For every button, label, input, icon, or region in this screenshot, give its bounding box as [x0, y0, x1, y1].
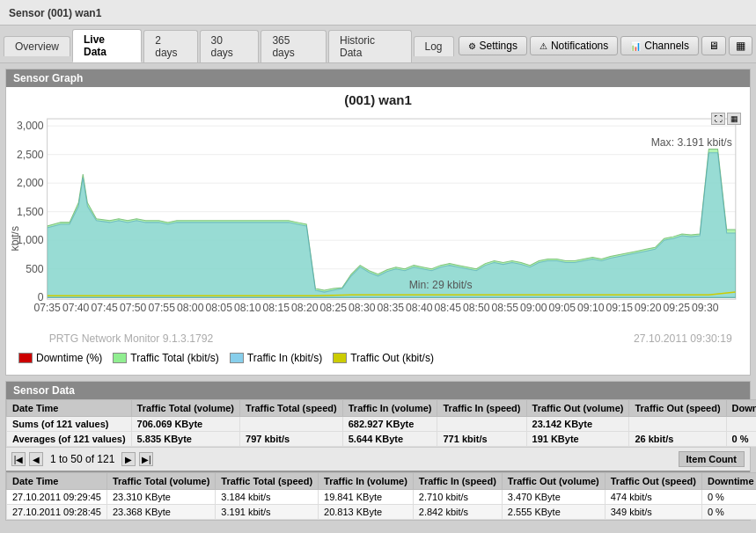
avgs-to-spd: 26 kbit/s [629, 432, 726, 447]
legend-traffic-in: Traffic In (kbit/s) [230, 352, 322, 364]
summary-table: Date Time Traffic Total (volume) Traffic… [6, 399, 756, 447]
avgs-to-vol: 191 KByte [526, 432, 629, 447]
avgs-ti-spd: 771 kbit/s [437, 432, 526, 447]
notifications-button[interactable]: ⚠ Notifications [530, 36, 618, 55]
monitor-icon-button[interactable]: 🖥 [701, 36, 726, 55]
col2-downtime: Downtime [701, 473, 756, 490]
svg-text:08:15: 08:15 [262, 302, 290, 314]
sums-to-vol: 23.142 KByte [526, 417, 629, 432]
chart-grid-button[interactable]: ▦ [727, 113, 741, 125]
svg-text:07:45: 07:45 [91, 302, 118, 314]
svg-text:08:30: 08:30 [349, 302, 376, 314]
graph-legend: Downtime (%) Traffic Total (kbit/s) Traf… [11, 348, 745, 369]
tab-historic-data[interactable]: Historic Data [328, 30, 412, 62]
col-ti-spd: Traffic In (speed) [437, 400, 526, 417]
tab-live-data[interactable]: Live Data [72, 29, 142, 62]
data-section-header: Sensor Data [6, 382, 750, 399]
legend-color-traffic-out [333, 353, 347, 363]
col-downtime: Downtime [726, 400, 756, 417]
sums-tt-spd [240, 417, 343, 432]
chart-controls: ⛶ ▦ [711, 113, 741, 125]
svg-text:08:20: 08:20 [291, 302, 319, 314]
last-page-button[interactable]: ▶| [139, 452, 153, 466]
summary-table-area: Date Time Traffic Total (volume) Traffic… [6, 399, 750, 447]
tab-365days[interactable]: 365 days [261, 30, 327, 62]
col2-to-vol: Traffic Out (volume) [502, 473, 605, 490]
svg-text:3,000: 3,000 [17, 120, 44, 132]
col-ti-vol: Traffic In (volume) [342, 400, 437, 417]
svg-text:08:45: 08:45 [434, 302, 461, 314]
item-count-label[interactable]: Item Count [679, 451, 745, 467]
svg-text:08:50: 08:50 [463, 302, 490, 314]
svg-text:2,000: 2,000 [17, 177, 44, 189]
sums-downtime [726, 417, 756, 432]
data-rows-body: 27.10.2011 09:29:4523.310 KByte3.184 kbi… [7, 490, 757, 520]
data-rows-table: Date Time Traffic Total (volume) Traffic… [6, 472, 756, 520]
col-datetime: Date Time [7, 400, 132, 417]
svg-text:kbit/s: kbit/s [11, 226, 21, 251]
legend-color-traffic-in [230, 353, 244, 363]
col2-datetime: Date Time [7, 473, 107, 490]
svg-text:08:40: 08:40 [406, 302, 433, 314]
svg-text:Max: 3.191 kbit/s: Max: 3.191 kbit/s [651, 136, 732, 149]
svg-text:1,500: 1,500 [17, 206, 44, 218]
svg-text:07:55: 07:55 [148, 302, 175, 314]
page-title: Sensor (001) wan1 [9, 7, 101, 19]
chart-expand-button[interactable]: ⛶ [711, 113, 725, 125]
svg-text:09:00: 09:00 [520, 302, 547, 314]
channels-button[interactable]: 📊 Channels [620, 36, 699, 55]
avgs-tt-spd: 797 kbit/s [240, 432, 343, 447]
data-section: Sensor Data Date Time Traffic Total (vol… [5, 381, 751, 521]
sums-label: Sums (of 121 values) [7, 417, 132, 432]
col2-tt-spd: Traffic Total (speed) [216, 473, 319, 490]
svg-text:09:15: 09:15 [606, 302, 634, 314]
pagination-bar: |◀ ◀ 1 to 50 of 121 ▶ ▶| Item Count [6, 447, 750, 471]
svg-text:09:20: 09:20 [635, 302, 662, 314]
tab-bar: Overview Live Data 2 days 30 days 365 da… [0, 26, 756, 63]
col-to-vol: Traffic Out (volume) [526, 400, 629, 417]
svg-marker-18 [48, 153, 736, 298]
col2-tt-vol: Traffic Total (volume) [106, 473, 215, 490]
legend-color-traffic-total [113, 353, 127, 363]
graph-section-header: Sensor Graph [6, 69, 750, 87]
svg-text:PRTG Network Monitor 9.1.3.179: PRTG Network Monitor 9.1.3.1792 [49, 332, 214, 345]
svg-text:Min: 29 kbit/s: Min: 29 kbit/s [409, 279, 473, 291]
next-page-button[interactable]: ▶ [121, 452, 136, 466]
svg-text:08:10: 08:10 [234, 302, 261, 314]
list-icon-button[interactable]: ▦ [729, 36, 752, 55]
legend-traffic-total: Traffic Total (kbit/s) [113, 352, 218, 364]
tab-2days[interactable]: 2 days [143, 30, 197, 62]
settings-icon: ⚙ [468, 41, 476, 51]
svg-text:09:30: 09:30 [692, 302, 719, 314]
svg-text:08:55: 08:55 [492, 302, 519, 314]
tab-30days[interactable]: 30 days [200, 30, 260, 62]
avgs-downtime: 0 % [726, 432, 756, 447]
svg-text:08:05: 08:05 [205, 302, 232, 314]
first-page-button[interactable]: |◀ [11, 452, 26, 466]
svg-text:08:35: 08:35 [377, 302, 404, 314]
settings-button[interactable]: ⚙ Settings [459, 36, 527, 55]
tab-overview[interactable]: Overview [4, 36, 70, 56]
col2-to-spd: Traffic Out (speed) [605, 473, 701, 490]
sums-ti-spd [437, 417, 526, 432]
graph-container: (001) wan1 ⛶ ▦ 3,000 2,500 2,000 1,500 1… [6, 87, 750, 375]
col-to-spd: Traffic Out (speed) [629, 400, 726, 417]
tab-log[interactable]: Log [414, 36, 454, 56]
avgs-tt-vol: 5.835 KByte [131, 432, 239, 447]
legend-color-downtime [18, 353, 33, 363]
svg-text:09:10: 09:10 [577, 302, 605, 314]
svg-text:07:50: 07:50 [120, 302, 147, 314]
svg-text:08:25: 08:25 [319, 302, 347, 314]
graph-section: Sensor Graph (001) wan1 ⛶ ▦ 3,000 2,500 … [5, 69, 751, 376]
col2-ti-vol: Traffic In (volume) [319, 473, 414, 490]
data-rows-table-area: Date Time Traffic Total (volume) Traffic… [6, 471, 750, 520]
prev-page-button[interactable]: ◀ [29, 452, 43, 466]
sums-to-spd [629, 417, 726, 432]
table-row: 27.10.2011 09:29:4523.310 KByte3.184 kbi… [7, 490, 757, 505]
avgs-label: Averages (of 121 values) [7, 432, 132, 447]
col-tt-vol: Traffic Total (volume) [131, 400, 239, 417]
avgs-row: Averages (of 121 values) 5.835 KByte 797… [7, 432, 757, 447]
avgs-ti-vol: 5.644 KByte [342, 432, 437, 447]
legend-downtime: Downtime (%) [18, 352, 102, 364]
graph-title: (001) wan1 [11, 92, 745, 107]
